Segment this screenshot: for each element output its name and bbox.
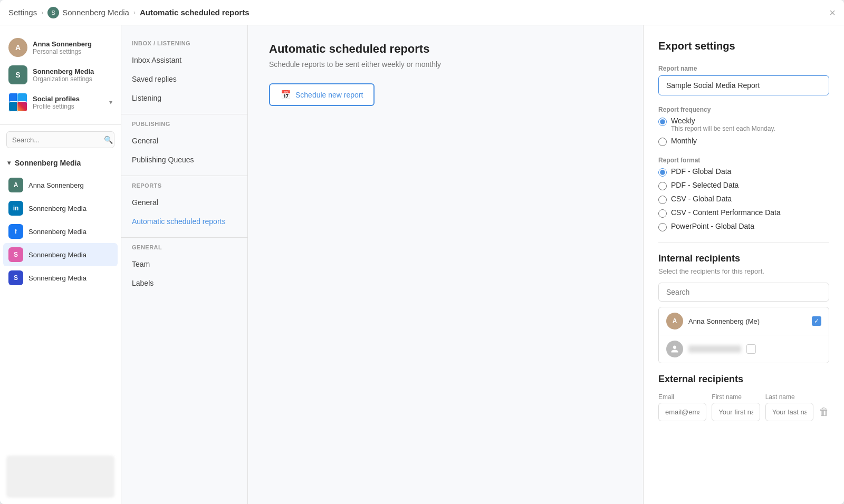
report-format-label: Report format	[658, 157, 829, 164]
search-input[interactable]	[12, 136, 101, 144]
format-csv-global-radio[interactable]	[658, 196, 667, 204]
org-icon: S	[47, 7, 59, 18]
monthly-label: Monthly	[671, 137, 697, 145]
profile-name: Sonnenberg Media	[28, 274, 87, 282]
recipient-avatar-anna: A	[666, 313, 683, 329]
list-item[interactable]: f Sonnenberg Media	[0, 220, 121, 243]
social-profiles-sub: Profile settings	[33, 103, 104, 110]
blur-placeholder	[6, 455, 114, 498]
divider3	[121, 237, 247, 238]
user-role: Personal settings	[33, 48, 92, 55]
weekly-label: Weekly	[671, 117, 775, 125]
list-item[interactable]: S Sonnenberg Media	[0, 266, 121, 289]
content-subtitle: Schedule reports to be sent either weekl…	[269, 60, 622, 69]
sidebar-item-publishing-queues[interactable]: Publishing Queues	[121, 150, 247, 169]
first-name-label: First name	[712, 393, 760, 401]
email-input[interactable]	[658, 403, 706, 421]
profile-icon: in	[8, 201, 23, 216]
format-pdf-global: PDF - Global Data	[658, 167, 829, 177]
csv-content-label: CSV - Content Performance Data	[671, 208, 781, 217]
recipients-list: A Anna Sonnenberg (Me) ✓	[658, 307, 829, 363]
format-pdf-global-radio[interactable]	[658, 168, 667, 177]
social-profiles-item[interactable]: Social profiles Profile settings ▾	[6, 89, 114, 116]
breadcrumb-arrow: ›	[41, 9, 43, 16]
format-pdf-selected-radio[interactable]	[658, 182, 667, 190]
search-icon: 🔍	[104, 135, 113, 144]
frequency-radio-group: Weekly This report will be sent each Mon…	[658, 117, 829, 146]
org-settings-item[interactable]: S Sonnenberg Media Organization settings	[6, 61, 114, 89]
email-field-wrapper: Email	[658, 393, 706, 421]
middle-nav: Inbox / Listening Inbox Assistant Saved …	[121, 25, 248, 504]
email-label: Email	[658, 393, 706, 401]
nav-section-reports: Reports	[121, 182, 247, 193]
social-profiles-name: Social profiles	[33, 95, 104, 103]
first-name-input[interactable]	[712, 403, 760, 421]
close-button[interactable]: ×	[829, 7, 836, 18]
calendar-icon: 📅	[281, 90, 291, 100]
sidebar-item-labels[interactable]: Labels	[121, 274, 247, 293]
profile-list: A Anna Sonnenberg in Sonnenberg Media f …	[0, 171, 121, 292]
sidebar-item-reports-general[interactable]: General	[121, 193, 247, 212]
sidebar-item-team[interactable]: Team	[121, 255, 247, 274]
recipient-checkbox-blurred[interactable]	[746, 344, 756, 354]
org-header-label: Sonnenberg Media	[15, 159, 81, 167]
format-csv-content: CSV - Content Performance Data	[658, 208, 829, 218]
sidebar-item-listening[interactable]: Listening	[121, 89, 247, 108]
org-role: Organization settings	[33, 75, 94, 83]
frequency-weekly-option: Weekly This report will be sent each Mon…	[658, 117, 829, 132]
sidebar-item-publishing-general[interactable]: General	[121, 131, 247, 150]
csv-global-label: CSV - Global Data	[671, 195, 732, 203]
recipient-avatar-blurred	[666, 341, 683, 357]
format-pdf-selected: PDF - Selected Data	[658, 181, 829, 190]
page-title: Automatic scheduled reports	[140, 8, 250, 17]
format-ppt-global: PowerPoint - Global Data	[658, 222, 829, 231]
recipient-row-blurred	[659, 335, 829, 363]
divider	[121, 114, 247, 114]
user-avatar: A	[8, 38, 27, 57]
social-avatars	[8, 93, 27, 112]
delete-recipient-button[interactable]: 🗑	[819, 406, 829, 421]
breadcrumb-arrow2: ›	[133, 9, 136, 16]
last-name-input[interactable]	[765, 403, 813, 421]
recipients-search-input[interactable]	[658, 283, 829, 302]
user-section: A Anna Sonnenberg Personal settings S So…	[0, 25, 121, 125]
external-fields-row: Email First name Last name 🗑	[658, 393, 829, 421]
external-recipients-title: External recipients	[658, 374, 829, 385]
frequency-monthly-option: Monthly	[658, 137, 829, 146]
content-title: Automatic scheduled reports	[269, 42, 622, 56]
profile-name: Sonnenberg Media	[28, 205, 87, 212]
first-name-field-wrapper: First name	[712, 393, 760, 421]
schedule-btn-label: Schedule new report	[295, 91, 363, 99]
chevron-down-icon2: ▾	[7, 159, 11, 167]
content-area: Automatic scheduled reports Schedule rep…	[248, 25, 644, 504]
last-name-field-wrapper: Last name	[765, 393, 813, 421]
search-box: 🔍	[6, 131, 114, 148]
recipient-checkbox-anna[interactable]: ✓	[812, 316, 821, 326]
report-name-input[interactable]	[658, 75, 829, 95]
left-sidebar: A Anna Sonnenberg Personal settings S So…	[0, 25, 121, 504]
format-csv-global: CSV - Global Data	[658, 195, 829, 204]
user-personal-item[interactable]: A Anna Sonnenberg Personal settings	[6, 34, 114, 61]
sidebar-item-inbox-assistant[interactable]: Inbox Assistant	[121, 51, 247, 70]
user-name: Anna Sonnenberg	[33, 40, 92, 48]
org-header[interactable]: ▾ Sonnenberg Media	[0, 154, 121, 171]
sidebar-item-saved-replies[interactable]: Saved replies	[121, 70, 247, 89]
nav-section-general: General	[121, 244, 247, 255]
main-layout: A Anna Sonnenberg Personal settings S So…	[0, 25, 844, 504]
list-item-active[interactable]: S Sonnenberg Media	[3, 243, 118, 266]
frequency-weekly-radio[interactable]	[658, 118, 667, 126]
recipient-name-anna: Anna Sonnenberg (Me)	[688, 317, 807, 325]
list-item[interactable]: A Anna Sonnenberg	[0, 173, 121, 197]
format-csv-content-radio[interactable]	[658, 209, 667, 218]
sidebar-item-auto-reports[interactable]: Automatic scheduled reports	[121, 212, 247, 231]
schedule-new-report-button[interactable]: 📅 Schedule new report	[269, 83, 375, 106]
list-item[interactable]: in Sonnenberg Media	[0, 197, 121, 220]
recipient-row-anna: A Anna Sonnenberg (Me) ✓	[659, 307, 829, 335]
profile-icon: S	[8, 247, 23, 262]
frequency-monthly-radio[interactable]	[658, 138, 667, 146]
settings-label: Settings	[8, 8, 37, 17]
ppt-global-label: PowerPoint - Global Data	[671, 222, 754, 230]
format-ppt-global-radio[interactable]	[658, 223, 667, 231]
org-name: Sonnenberg Media	[33, 67, 94, 75]
profile-icon: A	[8, 178, 23, 192]
